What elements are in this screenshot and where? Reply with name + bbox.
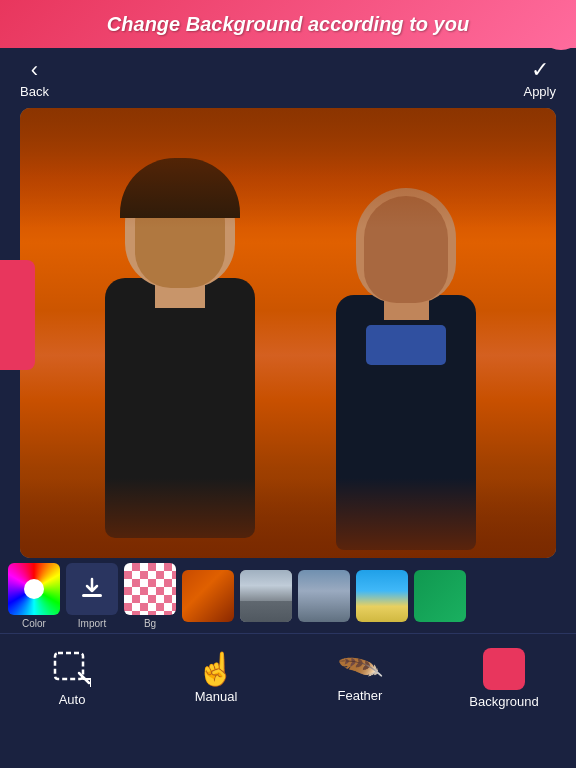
back-button[interactable]: ‹ Back xyxy=(20,57,49,98)
toolbar: ‹ Back ✓ Apply xyxy=(0,48,576,108)
main-image-container xyxy=(20,108,556,558)
apply-button[interactable]: ✓ Apply xyxy=(523,57,556,98)
nav-label-auto: Auto xyxy=(59,692,86,707)
thumbnail-strip: Color Import Bg xyxy=(0,558,576,633)
top-banner: Change Background according to you xyxy=(0,0,576,48)
couple-photo xyxy=(20,108,556,558)
apply-label: Apply xyxy=(523,84,556,99)
feather-icon: 🪶 xyxy=(337,648,383,691)
nav-label-feather: Feather xyxy=(338,688,383,703)
auto-icon-container xyxy=(52,650,92,688)
thumb-beach xyxy=(356,570,408,622)
strip-label-bg: Bg xyxy=(144,618,156,629)
decoration-blob-left xyxy=(0,260,35,370)
nav-label-background: Background xyxy=(469,694,538,709)
back-label: Back xyxy=(20,84,49,99)
nav-label-manual: Manual xyxy=(195,689,238,704)
svg-rect-1 xyxy=(55,653,83,679)
back-icon: ‹ xyxy=(31,57,38,83)
strip-item-thumb1[interactable] xyxy=(182,570,234,622)
background-nav-icon xyxy=(483,648,525,690)
nav-item-auto[interactable]: Auto xyxy=(0,650,144,707)
strip-label-color: Color xyxy=(22,618,46,629)
auto-icon xyxy=(53,651,91,687)
thumb-autumn xyxy=(182,570,234,622)
accessory xyxy=(366,325,446,365)
manual-icon: ☝ xyxy=(196,653,236,685)
apply-icon: ✓ xyxy=(531,57,549,83)
strip-item-thumb2[interactable] xyxy=(240,570,292,622)
color-wheel-icon xyxy=(8,563,60,615)
import-icon xyxy=(66,563,118,615)
thumb-city xyxy=(240,570,292,622)
bottom-nav: Auto ☝ Manual 🪶 Feather Background xyxy=(0,633,576,723)
nav-item-feather[interactable]: 🪶 Feather xyxy=(288,654,432,703)
thumb-building xyxy=(298,570,350,622)
strip-item-thumb4[interactable] xyxy=(356,570,408,622)
leaves-bottom xyxy=(20,478,556,558)
bg-checker-icon xyxy=(124,563,176,615)
strip-item-color[interactable]: Color xyxy=(8,563,60,629)
thumb-partial xyxy=(414,570,466,622)
nav-item-manual[interactable]: ☝ Manual xyxy=(144,653,288,704)
color-wheel-inner xyxy=(24,579,44,599)
strip-item-thumb5[interactable] xyxy=(414,570,466,622)
strip-item-import[interactable]: Import xyxy=(66,563,118,629)
banner-title: Change Background according to you xyxy=(107,13,469,36)
svg-rect-0 xyxy=(82,594,102,597)
nav-item-background[interactable]: Background xyxy=(432,648,576,709)
leaves-top xyxy=(20,108,556,228)
strip-item-thumb3[interactable] xyxy=(298,570,350,622)
strip-label-import: Import xyxy=(78,618,106,629)
import-svg xyxy=(79,576,105,602)
strip-item-bg[interactable]: Bg xyxy=(124,563,176,629)
